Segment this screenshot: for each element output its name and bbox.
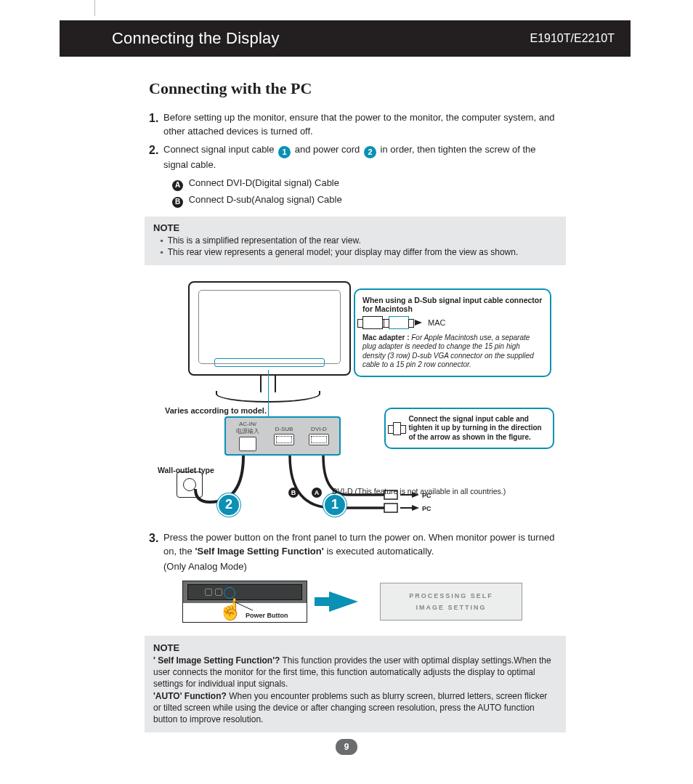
header-title: Connecting the Display (112, 29, 280, 48)
page-number: 9 (336, 739, 357, 755)
step-2-text-mid: and power cord (295, 144, 362, 155)
varies-label: Varies according to model. (165, 406, 267, 415)
note-box-2: NOTE ' Self Image Setting Function'? Thi… (145, 636, 566, 732)
step-3-bold: 'Self Image Setting Function' (195, 546, 323, 557)
port-ac-in: AC-IN/ 电源输入 (236, 421, 259, 451)
pc-label-1: PC (422, 492, 431, 499)
port-dvid-label: DVI-D (309, 426, 329, 432)
connector-left-icon (362, 316, 383, 329)
svg-marker-3 (412, 505, 419, 511)
step-3-text-post: is executed automatically. (326, 546, 434, 557)
page-header: Connecting the Display E1910T/E2210T (60, 20, 631, 57)
power-illustration-row: ☝ Power Button PROCESSING SELF IMAGE SET… (149, 581, 556, 623)
pc-label-2: PC (422, 505, 431, 512)
note-box-1: NOTE This is a simplified representation… (145, 217, 566, 265)
step-2: 2. Connect signal input cable 1 and powe… (149, 143, 556, 208)
section-title: Connecting with the PC (149, 79, 556, 98)
badge-2-icon: 2 (364, 146, 376, 158)
step-2-number: 2. (149, 142, 158, 158)
mac-label: MAC (428, 318, 445, 327)
badge-1-icon: 1 (278, 146, 291, 158)
mac-adapter-label: Mac adapter : (362, 334, 409, 342)
step-2a-text: Connect DVI-D(Digital signal) Cable (189, 177, 339, 188)
step-2b: B Connect D-sub(Analog signal) Cable (172, 193, 556, 208)
note-2-q2-label: 'AUTO' Function? (153, 691, 227, 701)
port-ac-label: AC-IN/ 电源输入 (236, 421, 259, 435)
mac-adapter-callout: When using a D-Sub signal input cable co… (354, 288, 551, 377)
step-1-number: 1. (149, 110, 158, 126)
monitor-port-highlight (214, 358, 325, 367)
step-2a: A Connect DVI-D(Digital signal) Cable (172, 177, 556, 191)
step-3: 3. Press the power button on the front p… (149, 531, 556, 574)
mac-adapter-desc: Mac adapter : For Apple Macintosh use, a… (362, 334, 543, 370)
small-badge-b-icon: B (288, 488, 299, 498)
arrow-right-icon (415, 320, 422, 326)
guide-line (268, 370, 269, 416)
step-1: 1. Before setting up the monitor, ensure… (149, 111, 556, 139)
step-3-number: 3. (149, 530, 158, 546)
steps-list: 1. Before setting up the monitor, ensure… (149, 111, 556, 208)
note-1-item-2: This rear view represents a general mode… (161, 246, 557, 258)
small-badge-a-icon: A (312, 488, 322, 498)
port-dsub: D-SUB (274, 426, 294, 445)
badge-a-icon: A (172, 180, 183, 191)
step-2b-text: Connect D-sub(Analog signal) Cable (189, 194, 342, 205)
connector-mid-icon (389, 316, 409, 329)
dvid-availability-note: DVI-D (This feature is not available in … (332, 487, 506, 496)
step-3-only: (Only Analog Mode) (163, 560, 556, 574)
note-2-title: NOTE (153, 642, 557, 655)
connection-diagram: Varies according to model. Wall-outlet t… (145, 277, 551, 531)
leader-line-icon (234, 602, 256, 612)
osd-line-2: IMAGE SETTING (409, 602, 493, 613)
osd-message-box: PROCESSING SELF IMAGE SETTING (380, 583, 522, 621)
svg-line-4 (234, 602, 253, 610)
note-2-q1-label: ' Self Image Setting Function'? (153, 655, 280, 666)
header-model: E1910T/E2210T (530, 32, 615, 45)
svg-rect-1 (384, 504, 397, 512)
wall-outlet-icon (177, 472, 203, 498)
port-dsub-label: D-SUB (274, 426, 294, 432)
tighten-callout: Connect the signal input cable and tight… (384, 408, 554, 450)
note-1-item-1: This is a simplified representation of t… (161, 235, 557, 246)
big-badge-1-icon: 1 (323, 493, 346, 517)
power-button-illustration: ☝ Power Button (182, 581, 307, 623)
big-badge-2-icon: 2 (217, 493, 240, 517)
badge-b-icon: B (172, 197, 183, 208)
port-dvid: DVI-D (309, 426, 329, 445)
mac-callout-title: When using a D-Sub signal input cable co… (362, 296, 543, 313)
step-1-text: Before setting up the monitor, ensure th… (163, 112, 554, 137)
step-2-text-pre: Connect signal input cable (163, 144, 277, 155)
big-arrow-icon (329, 591, 358, 612)
step-3-block: 3. Press the power button on the front p… (149, 531, 556, 574)
note-1-title: NOTE (153, 222, 557, 233)
crop-mark (94, 0, 95, 16)
tighten-callout-text: Connect the signal input cable and tight… (408, 415, 546, 442)
power-button-caption: Power Button (246, 612, 288, 619)
ports-panel: AC-IN/ 电源输入 D-SUB DVI-D (224, 416, 341, 456)
tighten-connector-icon (393, 422, 401, 435)
osd-line-1: PROCESSING SELF (409, 590, 493, 602)
